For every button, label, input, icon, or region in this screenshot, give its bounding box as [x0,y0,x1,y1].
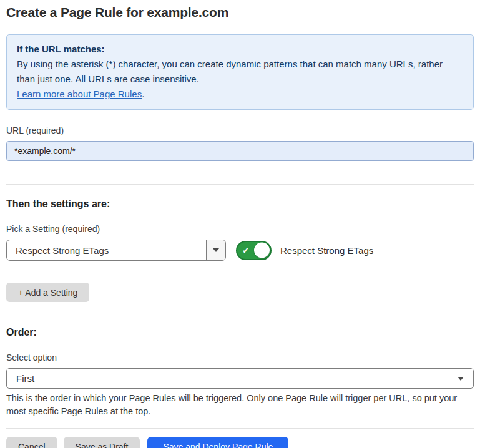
link-period: . [142,89,144,99]
info-box-link-line: Learn more about Page Rules. [17,87,463,102]
create-page-rule-panel: Create a Page Rule for example.com If th… [0,0,480,448]
learn-more-link[interactable]: Learn more about Page Rules [17,89,142,99]
chevron-down-icon [458,377,464,381]
url-field-label: URL (required) [6,125,474,135]
setting-select-arrow-button[interactable] [206,240,225,260]
order-select-label: Select option [6,353,474,363]
order-select-value: First [16,373,34,384]
setting-select[interactable]: Respect Strong ETags [6,240,226,261]
order-section-heading: Order: [6,327,474,338]
info-box-body: By using the asterisk (*) character, you… [17,57,463,87]
settings-section-heading: Then the settings are: [6,198,474,210]
dropdown-arrow-icon [213,248,219,252]
toggle-knob [254,243,270,258]
order-help-text: This is the order in which your Page Rul… [6,392,474,418]
save-and-deploy-button[interactable]: Save and Deploy Page Rule [147,437,288,448]
footer-actions: Cancel Save as Draft Save and Deploy Pag… [6,437,474,448]
setting-row: Respect Strong ETags ✓ Respect Strong ET… [6,240,474,261]
url-matches-info-box: If the URL matches: By using the asteris… [6,34,474,110]
checkmark-icon: ✓ [242,246,250,255]
save-as-draft-button[interactable]: Save as Draft [64,437,140,448]
divider [6,184,474,185]
divider [6,428,474,429]
setting-select-value: Respect Strong ETags [7,240,206,260]
url-input[interactable] [6,141,474,161]
cancel-button[interactable]: Cancel [6,437,57,448]
setting-toggle[interactable]: ✓ [236,241,272,260]
pick-setting-label: Pick a Setting (required) [6,224,474,234]
add-setting-button[interactable]: + Add a Setting [6,283,89,302]
divider [6,313,474,313]
page-title: Create a Page Rule for example.com [6,5,474,20]
info-box-heading: If the URL matches: [17,42,463,57]
order-select[interactable]: First [6,368,474,389]
toggle-label: Respect Strong ETags [280,245,373,256]
